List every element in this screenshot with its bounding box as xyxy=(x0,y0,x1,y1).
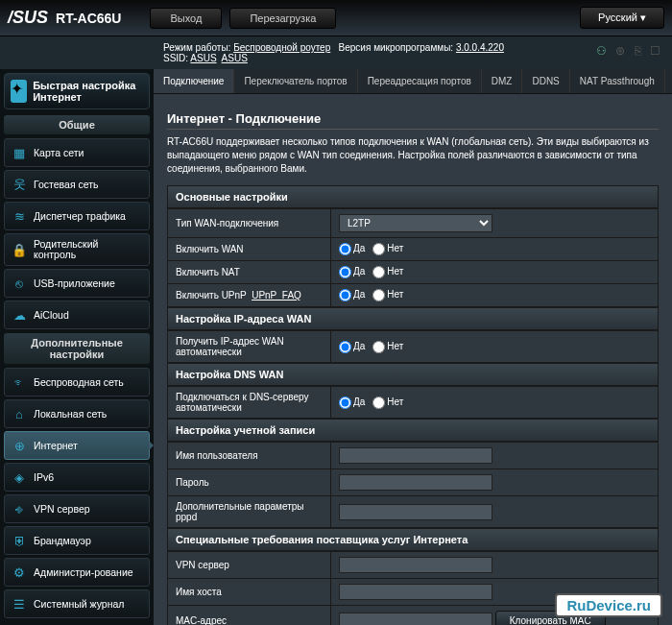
ipv6-icon: ◈ xyxy=(11,469,28,486)
page-title: Интернет - Подключение xyxy=(167,104,659,130)
usb-icon[interactable]: ⎘ xyxy=(635,44,641,58)
wan-type-label: Тип WAN-подключения xyxy=(168,209,331,238)
tab-ddns[interactable]: DDNS xyxy=(522,69,569,93)
auto-ip-yes[interactable] xyxy=(339,341,351,353)
quick-setup-label: Быстрая настройка Интернет xyxy=(33,80,143,103)
globe-nav-icon: ⊕ xyxy=(11,437,28,454)
quick-setup-button[interactable]: ✦ Быстрая настройка Интернет xyxy=(4,73,150,109)
enable-wan-label: Включить WAN xyxy=(168,238,331,261)
nav-firewall[interactable]: ⛨Брандмауэр xyxy=(4,526,150,555)
fw-label: Версия микропрограммы: xyxy=(339,42,454,53)
enable-nat-yes[interactable] xyxy=(339,266,351,278)
username-input[interactable] xyxy=(339,447,492,464)
enable-upnp-label: Включить UPnP xyxy=(176,290,247,300)
shield-icon: ⛨ xyxy=(11,532,28,549)
section-account: Настройка учетной записи xyxy=(167,419,659,442)
enable-nat-label: Включить NAT xyxy=(168,261,331,284)
section-isp: Специальные требования поставщика услуг … xyxy=(167,528,659,551)
tab-connection[interactable]: Подключение xyxy=(154,69,234,93)
ssid-label: SSID: xyxy=(163,53,188,63)
nav-log[interactable]: ☰Системный журнал xyxy=(4,589,150,618)
log-icon: ☰ xyxy=(11,595,28,613)
reboot-button[interactable]: Перезагрузка xyxy=(229,8,336,29)
enable-upnp-no[interactable] xyxy=(372,289,385,301)
tab-port-forward[interactable]: Переадресация портов xyxy=(358,69,482,93)
auto-dns-no[interactable] xyxy=(372,397,385,409)
link-icon[interactable]: ☐ xyxy=(650,44,660,58)
password-input[interactable] xyxy=(339,474,492,491)
auto-dns-yes[interactable] xyxy=(339,397,351,409)
enable-nat-no[interactable] xyxy=(372,266,385,278)
model-name: RT-AC66U xyxy=(56,11,121,26)
pppd-input[interactable] xyxy=(339,504,492,520)
wan-type-select[interactable]: L2TP xyxy=(339,214,492,232)
pppd-label: Дополнительные параметры pppd xyxy=(168,496,331,528)
enable-upnp-yes[interactable] xyxy=(339,289,351,301)
username-label: Имя пользователя xyxy=(168,443,331,469)
home-icon: ⌂ xyxy=(11,405,28,422)
nav-aicloud[interactable]: ☁AiCloud xyxy=(4,300,150,329)
nav-lan[interactable]: ⌂Локальная сеть xyxy=(4,399,150,428)
usb-nav-icon: ⎋ xyxy=(11,275,28,292)
auto-ip-no[interactable] xyxy=(372,341,385,353)
tab-nat[interactable]: NAT Passthrough xyxy=(570,69,665,93)
page-description: RT-AC66U поддерживает несколько типов по… xyxy=(167,135,659,176)
client-icon[interactable]: ⚇ xyxy=(596,44,607,58)
section-dns: Настройка DNS WAN xyxy=(167,363,659,386)
wizard-icon: ✦ xyxy=(11,80,27,103)
vpn-server-input[interactable] xyxy=(339,557,492,573)
gear-icon: ⚙ xyxy=(11,564,28,581)
section-advanced: Дополнительные настройки xyxy=(4,333,150,364)
logout-button[interactable]: Выход xyxy=(150,8,222,29)
section-wanip: Настройка IP-адреса WAN xyxy=(167,307,659,330)
nav-network-map[interactable]: ▦Карта сети xyxy=(4,138,150,167)
guest-icon: 웃 xyxy=(11,176,28,193)
watermark: RuDevice.ru xyxy=(555,593,662,617)
brand-logo: /SUS xyxy=(8,8,48,28)
nav-vpn[interactable]: ⎆VPN сервер xyxy=(4,494,150,523)
mode-link[interactable]: Беспроводной роутер xyxy=(233,42,330,53)
section-basic: Основные настройки xyxy=(167,185,659,208)
lock-icon: 🔒 xyxy=(11,241,28,258)
globe-icon[interactable]: ⊛ xyxy=(615,44,625,58)
tab-dmz[interactable]: DMZ xyxy=(482,69,523,93)
nav-internet[interactable]: ⊕Интернет xyxy=(4,431,150,460)
mac-input[interactable] xyxy=(339,613,492,625)
language-select[interactable]: Русский xyxy=(580,7,664,29)
sidebar: ✦ Быстрая настройка Интернет Общие ▦Карт… xyxy=(0,69,154,625)
nav-admin[interactable]: ⚙Администри-рование xyxy=(4,558,150,587)
mac-label: MAC-адрес xyxy=(168,606,331,626)
hostname-label: Имя хоста xyxy=(168,579,331,606)
map-icon: ▦ xyxy=(11,144,28,161)
auto-ip-label: Получить IP-адрес WAN автоматически xyxy=(168,331,331,363)
nav-usb[interactable]: ⎋USB-приложение xyxy=(4,269,150,298)
ssid2-link[interactable]: ASUS xyxy=(222,53,248,63)
status-bar: Режим работы: Беспроводной роутер Версия… xyxy=(0,36,672,69)
vpn-server-label: VPN сервер xyxy=(168,552,331,579)
nav-wireless[interactable]: ᯤБеспроводная сеть xyxy=(4,368,150,397)
password-label: Пароль xyxy=(168,469,331,496)
upnp-faq-link[interactable]: UPnP_FAQ xyxy=(252,290,301,300)
nav-ipv6[interactable]: ◈IPv6 xyxy=(4,463,150,492)
traffic-icon: ≋ xyxy=(11,207,28,225)
enable-wan-yes[interactable] xyxy=(339,243,351,255)
vpn-icon: ⎆ xyxy=(11,500,28,517)
wifi-icon: ᯤ xyxy=(11,373,28,391)
ssid1-link[interactable]: ASUS xyxy=(190,53,216,63)
hostname-input[interactable] xyxy=(339,584,492,600)
section-general: Общие xyxy=(4,115,150,134)
main-content: Подключение Переключатель портов Переадр… xyxy=(154,69,672,625)
nav-guest[interactable]: 웃Гостевая сеть xyxy=(4,170,150,199)
nav-traffic[interactable]: ≋Диспетчер трафика xyxy=(4,202,150,230)
tab-port-trigger[interactable]: Переключатель портов xyxy=(234,69,357,93)
auto-dns-label: Подключаться к DNS-серверу автоматически xyxy=(168,387,331,419)
nav-parental[interactable]: 🔒Родительский контроль xyxy=(4,233,150,266)
mode-label: Режим работы: xyxy=(163,42,230,53)
fw-link[interactable]: 3.0.0.4.220 xyxy=(456,42,504,53)
cloud-icon: ☁ xyxy=(11,306,28,324)
enable-wan-no[interactable] xyxy=(372,243,385,255)
